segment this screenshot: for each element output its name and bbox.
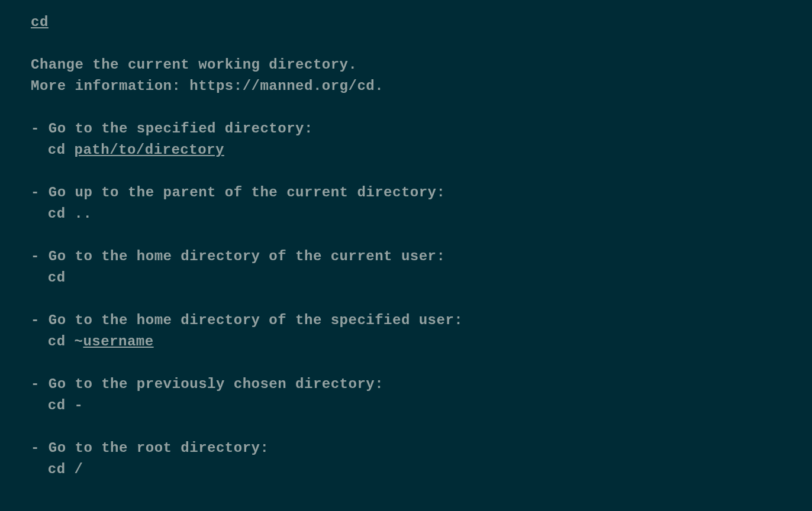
example-command: cd ..	[31, 203, 781, 225]
example-command: cd /	[31, 459, 781, 480]
example-description: - Go to the home directory of the curren…	[31, 246, 781, 267]
command-placeholder: username	[83, 334, 153, 350]
example-description: - Go up to the parent of the current dir…	[31, 182, 781, 203]
command-description: Change the current working directory. Mo…	[31, 54, 781, 97]
command-text: cd	[48, 142, 75, 158]
description-line-1: Change the current working directory.	[31, 57, 357, 73]
example-description: - Go to the specified directory:	[31, 118, 781, 140]
example-item: - Go to the previously chosen directory:…	[31, 374, 781, 416]
example-description: - Go to the previously chosen directory:	[31, 374, 781, 395]
command-text: cd ~	[48, 334, 83, 350]
command-text: cd ..	[48, 206, 92, 222]
example-command: cd	[31, 267, 781, 289]
example-item: - Go to the home directory of the curren…	[31, 246, 781, 289]
example-item: - Go to the specified directory:cd path/…	[31, 118, 781, 161]
example-command: cd ~username	[31, 331, 781, 352]
command-text: cd /	[48, 461, 83, 477]
command-text: cd -	[48, 397, 83, 413]
examples-list: - Go to the specified directory:cd path/…	[31, 118, 781, 480]
example-item: - Go to the home directory of the specif…	[31, 310, 781, 352]
example-description: - Go to the root directory:	[31, 438, 781, 459]
description-line-2: More information: https://manned.org/cd.	[31, 78, 384, 94]
command-title: cd	[31, 12, 781, 33]
example-item: - Go to the root directory:cd /	[31, 438, 781, 480]
example-command: cd -	[31, 395, 781, 416]
command-text: cd	[48, 270, 66, 286]
example-item: - Go up to the parent of the current dir…	[31, 182, 781, 225]
command-placeholder: path/to/directory	[75, 142, 224, 158]
example-description: - Go to the home directory of the specif…	[31, 310, 781, 331]
example-command: cd path/to/directory	[31, 140, 781, 161]
